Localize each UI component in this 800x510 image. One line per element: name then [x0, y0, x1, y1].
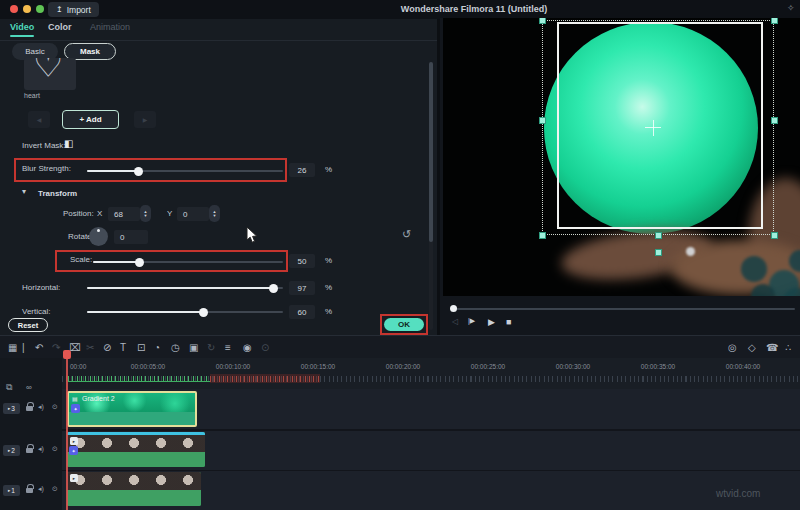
- scale-value[interactable]: 50: [289, 254, 315, 268]
- phone-icon[interactable]: ☎: [766, 342, 778, 353]
- play-icon[interactable]: ▶: [488, 317, 495, 327]
- vertical-value[interactable]: 60: [289, 305, 315, 319]
- speaker-icon[interactable]: ◂): [38, 485, 44, 493]
- lock-track-icon[interactable]: [26, 488, 33, 493]
- clip-gradient-2[interactable]: ▤ Gradient 2 ✦: [67, 391, 197, 427]
- scale-slider[interactable]: [93, 261, 283, 263]
- preview-video-area[interactable]: [443, 18, 800, 296]
- split-icon[interactable]: ✂: [86, 342, 94, 353]
- position-y-stepper[interactable]: ▲▼: [209, 205, 220, 222]
- import-label: Import: [67, 5, 91, 15]
- selection-handle[interactable]: [539, 18, 546, 24]
- reset-transform-icon[interactable]: ↺: [402, 228, 411, 241]
- redo-icon[interactable]: ↷: [52, 342, 60, 353]
- selection-handle[interactable]: [771, 232, 778, 239]
- rotate-handle[interactable]: [655, 249, 662, 256]
- selection-handle[interactable]: [655, 232, 662, 239]
- blur-strength-slider[interactable]: [87, 170, 283, 172]
- lightbulb-icon[interactable]: ✧: [787, 3, 795, 13]
- position-x-stepper[interactable]: ▲▼: [140, 205, 151, 222]
- stop-icon[interactable]: ■: [506, 317, 511, 327]
- blur-strength-value[interactable]: 26: [289, 163, 315, 177]
- scale-slider-handle[interactable]: [135, 258, 144, 267]
- vertical-slider[interactable]: [87, 311, 283, 313]
- green-screen-icon[interactable]: ▣: [189, 342, 198, 353]
- transform-collapse-icon[interactable]: ▾: [22, 187, 26, 196]
- mask-shape-heart-tile[interactable]: ♡: [24, 58, 76, 90]
- blur-slider-handle[interactable]: [134, 167, 143, 176]
- lock-track-icon[interactable]: [26, 448, 33, 453]
- position-x-value[interactable]: 68: [108, 207, 140, 221]
- next-keyframe-button[interactable]: ▶: [134, 111, 156, 128]
- speaker-icon[interactable]: ◂): [38, 445, 44, 453]
- track-1-type-badge[interactable]: ▸1: [3, 485, 20, 496]
- add-mask-keyframe-button[interactable]: + Add: [62, 110, 119, 129]
- shield-icon[interactable]: ◇: [748, 342, 756, 353]
- tab-animation[interactable]: Animation: [90, 22, 130, 32]
- effect-badge-icon: ✦: [71, 404, 80, 413]
- video-clip-track-2[interactable]: ▸ ✦: [67, 432, 205, 467]
- ok-button[interactable]: OK: [384, 318, 424, 331]
- rotate-dial[interactable]: [89, 227, 108, 246]
- position-x-label: X: [97, 209, 102, 218]
- eye-icon[interactable]: ⊙: [52, 485, 58, 493]
- maximize-window-icon[interactable]: [36, 5, 44, 13]
- panel-scrollbar-thumb[interactable]: [429, 62, 433, 242]
- attach-icon[interactable]: ⊘: [103, 342, 111, 353]
- reset-button[interactable]: Reset: [8, 318, 48, 332]
- selection-handle[interactable]: [539, 117, 546, 124]
- horizontal-slider[interactable]: [87, 287, 283, 289]
- snap-icon[interactable]: ▦: [8, 342, 17, 353]
- bokeh-light: [741, 256, 767, 282]
- close-window-icon[interactable]: [10, 5, 18, 13]
- render-preview-icon[interactable]: ◎: [728, 342, 737, 353]
- mixer-icon[interactable]: ≡: [225, 342, 231, 353]
- minimize-window-icon[interactable]: [23, 5, 31, 13]
- rotate-value[interactable]: 0: [114, 230, 148, 244]
- snapshot-icon[interactable]: ⊙: [261, 342, 269, 353]
- vertical-slider-handle[interactable]: [199, 308, 208, 317]
- horizontal-value[interactable]: 97: [289, 281, 315, 295]
- duplicate-icon[interactable]: ⧉: [6, 382, 12, 393]
- selection-handle[interactable]: [539, 232, 546, 239]
- eye-icon[interactable]: ⊙: [52, 403, 58, 411]
- track-3-type-badge[interactable]: ▸3: [3, 403, 20, 414]
- import-button[interactable]: ↥ Import: [48, 2, 99, 17]
- prev-keyframe-button[interactable]: ◀: [28, 111, 50, 128]
- position-y-value[interactable]: 0: [177, 207, 209, 221]
- titlebar: ↥ Import Wondershare Filmora 11 (Untitle…: [0, 0, 800, 19]
- link-icon[interactable]: ∞: [26, 383, 32, 392]
- playhead-line[interactable]: [66, 358, 68, 510]
- scale-label: Scale:: [70, 255, 92, 264]
- preview-seek-bar[interactable]: [451, 308, 795, 310]
- record-icon[interactable]: ◉: [243, 342, 252, 353]
- eye-icon[interactable]: ⊙: [52, 445, 58, 453]
- frame-step-icon[interactable]: |▶: [468, 317, 475, 325]
- tab-video[interactable]: Video: [10, 22, 34, 32]
- motion-tracking-icon[interactable]: ↻: [207, 342, 215, 353]
- video-clip-track-1[interactable]: ▸: [67, 472, 201, 506]
- track-2-type-badge[interactable]: ▸2: [3, 445, 20, 456]
- crop-icon[interactable]: ⊡: [137, 342, 145, 353]
- text-tool-icon[interactable]: T: [120, 342, 126, 353]
- undo-icon[interactable]: ↶: [35, 342, 43, 353]
- share-icon[interactable]: ∴: [785, 342, 791, 353]
- speaker-icon[interactable]: ◂): [38, 403, 44, 411]
- invert-mask-toggle-icon[interactable]: ◧: [64, 138, 73, 149]
- preview-seek-handle[interactable]: [450, 305, 457, 312]
- pan-zoom-icon[interactable]: ◔: [154, 342, 160, 353]
- scale-unit: %: [325, 256, 332, 265]
- import-icon: ↥: [56, 5, 63, 14]
- selection-handle[interactable]: [771, 18, 778, 24]
- horizontal-slider-fill: [87, 287, 273, 289]
- horizontal-slider-handle[interactable]: [269, 284, 278, 293]
- speed-icon[interactable]: ◷: [171, 342, 180, 353]
- timeline-ruler[interactable]: 00:00 00:00:05:00 00:00:10:00 00:00:15:0…: [62, 358, 800, 389]
- selection-handle[interactable]: [771, 117, 778, 124]
- lock-track-icon[interactable]: [26, 406, 33, 411]
- add-marker-icon[interactable]: |: [22, 342, 25, 353]
- ruler-label: 00:00:10:00: [216, 363, 250, 370]
- video-track-icon: ▸: [8, 406, 10, 411]
- tab-color[interactable]: Color: [48, 22, 72, 32]
- mute-icon[interactable]: ◁: [452, 317, 458, 326]
